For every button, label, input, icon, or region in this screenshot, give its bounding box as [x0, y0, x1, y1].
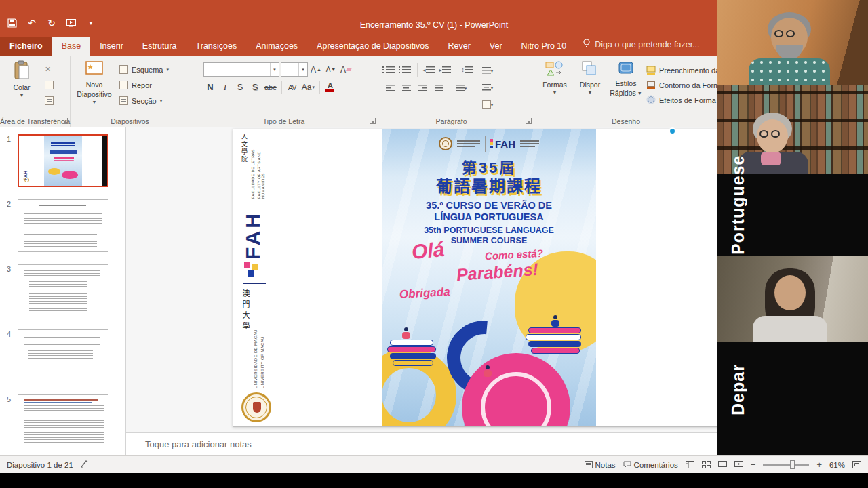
- character-spacing-button[interactable]: AV: [285, 80, 299, 94]
- comments-toggle-button[interactable]: Comentários: [623, 461, 678, 469]
- thumbnail-preview-4[interactable]: [18, 329, 108, 382]
- participant-video-3[interactable]: [717, 256, 868, 342]
- zoom-slider[interactable]: [763, 464, 809, 466]
- thumbnail-preview-1[interactable]: FAH: [18, 134, 108, 187]
- columns-button[interactable]: ▾: [454, 81, 469, 96]
- reading-view-button[interactable]: [718, 461, 727, 468]
- align-right-button[interactable]: [415, 81, 430, 96]
- tab-ver[interactable]: Ver: [480, 37, 512, 56]
- thumbnail-number: 3: [0, 264, 18, 317]
- reset-button[interactable]: Repor: [117, 79, 171, 92]
- slide-thumbnail-2[interactable]: 2: [0, 199, 125, 252]
- zoom-level[interactable]: 61%: [829, 461, 845, 469]
- tab-ficheiro[interactable]: Ficheiro: [0, 37, 52, 56]
- tab-estrutura[interactable]: Estrutura: [133, 37, 186, 56]
- decrease-indent-button[interactable]: ◂: [421, 62, 436, 77]
- clipboard-dialog-launcher[interactable]: [62, 118, 68, 124]
- slide-thumbnail-3[interactable]: 3: [0, 264, 125, 317]
- reading-figure: [551, 315, 559, 327]
- italic-button[interactable]: I: [218, 80, 232, 94]
- thumbnail-preview-3[interactable]: [18, 264, 108, 317]
- fah-logo-text: FAH: [241, 201, 264, 260]
- align-left-button[interactable]: [382, 81, 397, 96]
- slides-small-buttons: Esquema ▾ Repor Secção ▾: [117, 58, 171, 115]
- tab-base[interactable]: Base: [52, 37, 91, 56]
- justify-button[interactable]: [431, 81, 446, 96]
- shrink-font-button[interactable]: A▼: [324, 62, 338, 77]
- bullets-icon: [386, 66, 395, 73]
- format-painter-icon: [45, 96, 54, 105]
- format-painter-button[interactable]: [43, 94, 56, 107]
- clear-formatting-button[interactable]: A: [339, 62, 353, 77]
- tell-me-box[interactable]: Diga o que pretende fazer...: [576, 33, 706, 56]
- paste-button[interactable]: Colar ▼: [4, 58, 39, 115]
- arrange-button[interactable]: Dispor ▼: [574, 58, 606, 115]
- presence-indicator: [669, 127, 676, 135]
- zoom-out-button[interactable]: −: [751, 460, 756, 470]
- separator: [417, 63, 418, 77]
- tab-animacoes[interactable]: Animações: [246, 37, 307, 56]
- tab-nitro-pro[interactable]: Nitro Pro 10: [512, 37, 576, 56]
- convert-smartart-button[interactable]: ▾: [480, 97, 495, 112]
- underline-button[interactable]: S: [233, 80, 247, 94]
- thumbnail-preview-5[interactable]: [18, 394, 108, 447]
- poster-cn-title-2: 葡語暑期課程: [382, 173, 596, 197]
- quick-styles-label-1: Estilos: [616, 79, 637, 87]
- change-case-button[interactable]: Aa▾: [300, 80, 316, 94]
- line-spacing-button[interactable]: ↕: [460, 62, 475, 77]
- numbering-button[interactable]: [399, 62, 414, 77]
- text-shadow-button[interactable]: S: [248, 80, 262, 94]
- section-button[interactable]: Secção ▾: [117, 94, 171, 107]
- font-color-button[interactable]: A: [323, 80, 337, 94]
- normal-view-button[interactable]: [686, 461, 694, 468]
- increase-indent-button[interactable]: ▸: [437, 62, 452, 77]
- new-slide-button[interactable]: Novo Diapositivo ▼: [75, 58, 114, 115]
- slide-sorter-view-button[interactable]: [702, 461, 711, 468]
- tab-apresentacao[interactable]: Apresentação de Diapositivos: [307, 37, 438, 56]
- fah-logo-mark: [244, 262, 262, 279]
- cut-button[interactable]: ✕: [43, 63, 56, 76]
- slide-thumbnail-1[interactable]: 1 FAH: [0, 134, 125, 187]
- poster-word-obrigada: Obrigada: [399, 285, 451, 302]
- align-text-button[interactable]: ▾: [480, 80, 495, 95]
- tab-transicoes[interactable]: Transições: [186, 37, 247, 56]
- font-name-combo[interactable]: ▼: [203, 62, 279, 77]
- slideshow-view-button[interactable]: [734, 461, 743, 468]
- new-slide-caret: ▼: [92, 100, 97, 104]
- quick-styles-button[interactable]: Estilos Rápidos▼: [609, 58, 643, 115]
- shape-outline-label: Contorno da Forma: [659, 81, 724, 89]
- participant-label-2: Depar: [728, 342, 748, 415]
- align-center-button[interactable]: [399, 81, 414, 96]
- paragraph-dialog-launcher[interactable]: [526, 118, 532, 124]
- group-label-paragraph: Parágrafo: [378, 117, 524, 125]
- grow-font-button[interactable]: A▲: [309, 62, 323, 77]
- tab-inserir[interactable]: Inserir: [90, 37, 133, 56]
- text-direction-button[interactable]: ▾: [480, 63, 495, 78]
- spellcheck-icon[interactable]: [80, 460, 89, 470]
- poster-word-ola: Olá: [411, 238, 446, 264]
- font-dialog-launcher[interactable]: [370, 118, 376, 124]
- notes-toggle-button[interactable]: Notas: [585, 461, 616, 469]
- slide-1[interactable]: 人文學院 FACULDADE DE LETRAS FACULTY OF ARTS…: [233, 129, 763, 427]
- participant-video-1[interactable]: [717, 0, 868, 85]
- layout-button[interactable]: Esquema ▾: [117, 63, 171, 76]
- strikethrough-button[interactable]: abc: [263, 80, 278, 94]
- mini-seal: [24, 178, 29, 182]
- bullets-button[interactable]: [382, 62, 397, 77]
- thumbnail-number: 1: [0, 134, 18, 187]
- align-text-icon: [482, 84, 491, 91]
- zoom-in-button[interactable]: +: [816, 460, 822, 470]
- thumbnail-preview-2[interactable]: [18, 199, 108, 252]
- slide-thumbnail-5[interactable]: 5: [0, 394, 125, 447]
- shapes-button[interactable]: Formas ▼: [538, 58, 571, 115]
- bold-button[interactable]: N: [203, 80, 217, 94]
- font-size-combo[interactable]: ▼: [281, 62, 308, 77]
- slide-thumbnail-4[interactable]: 4: [0, 329, 125, 382]
- copy-button[interactable]: [43, 79, 56, 92]
- font-size-value: [281, 63, 298, 76]
- tab-rever[interactable]: Rever: [438, 37, 479, 56]
- smartart-icon: [482, 100, 491, 109]
- shape-effects-label: Efeitos de Forma: [659, 96, 716, 104]
- fit-slide-button[interactable]: [852, 461, 861, 468]
- zoom-slider-handle[interactable]: [790, 460, 795, 469]
